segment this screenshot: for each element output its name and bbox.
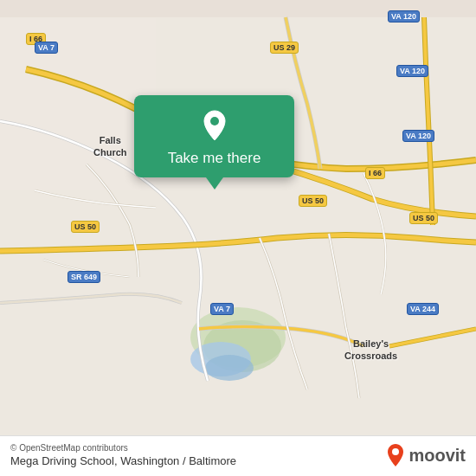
svg-point-6	[210, 117, 219, 125]
moovit-text: moovit	[408, 446, 466, 466]
road-label-us50-right: US 50	[409, 212, 438, 224]
road-label-va244: VA 244	[407, 303, 439, 315]
map-popup[interactable]: Take me there	[134, 95, 294, 177]
road-label-va7-top: VA 7	[35, 42, 58, 54]
osm-credit: © OpenStreetMap contributors	[10, 443, 236, 453]
bottom-bar-info: © OpenStreetMap contributors Mega Drivin…	[10, 443, 236, 467]
svg-point-4	[205, 355, 254, 381]
road-label-us50-left: US 50	[71, 221, 100, 233]
road-label-us50-center: US 50	[299, 195, 327, 207]
road-label-va7-bottom: VA 7	[210, 303, 234, 315]
moovit-pin-icon	[386, 443, 405, 467]
road-label-sr649: SR 649	[68, 271, 100, 283]
road-label-i66-right: I 66	[365, 167, 385, 179]
location-name: Mega Driving School, Washington / Baltim…	[10, 454, 236, 467]
take-me-there-button[interactable]: Take me there	[168, 150, 261, 167]
road-label-us29: US 29	[270, 42, 299, 54]
moovit-logo: moovit	[386, 443, 466, 467]
bottom-bar: © OpenStreetMap contributors Mega Drivin…	[0, 435, 476, 476]
road-label-va120-br: VA 120	[402, 130, 434, 142]
falls-church-label: FallsChurch	[93, 134, 127, 159]
map-container: I 66 I 66 I 66 VA 120 VA 120 VA 120 US 2…	[0, 0, 476, 476]
location-pin-icon	[197, 108, 232, 143]
road-label-va120-tr: VA 120	[388, 10, 420, 23]
baileys-crossroads-label: Bailey'sCrossroads	[344, 338, 397, 363]
svg-point-7	[392, 448, 399, 455]
road-label-va120-mr: VA 120	[396, 65, 428, 77]
